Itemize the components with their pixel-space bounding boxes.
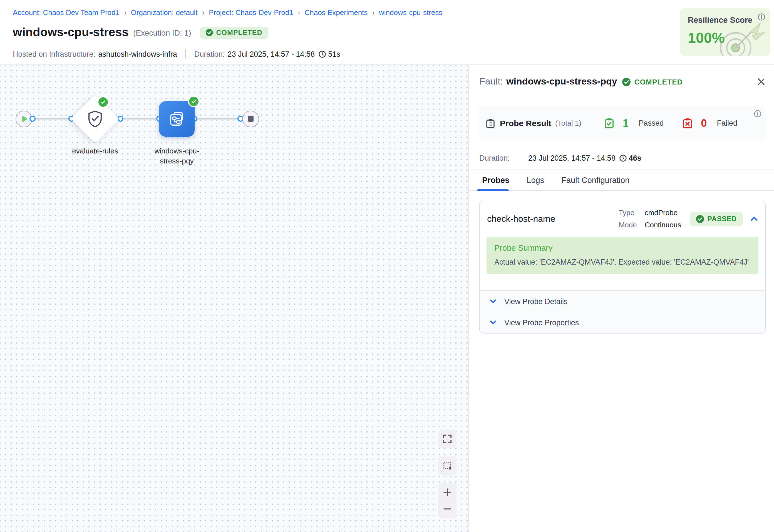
probe-mode-value: Continuous: [645, 221, 681, 229]
fault-panel-header: Fault: windows-cpu-stress-pqy COMPLETED: [479, 76, 766, 87]
tab-fault-configuration[interactable]: Fault Configuration: [561, 176, 629, 185]
probe-status-badge: PASSED: [690, 212, 743, 226]
probe-type-label: Type: [619, 208, 637, 217]
top-header: Account: Chaos Dev Team Prod1›Organizati…: [0, 0, 774, 64]
failed-count: 0: [701, 117, 707, 129]
edge-evaluate-to-fault: [120, 118, 159, 119]
breadcrumb-separator: ›: [372, 8, 374, 17]
view-probe-details-label: View Probe Details: [504, 297, 568, 305]
experiment-status-badge: COMPLETED: [200, 26, 268, 39]
passed-count: 1: [623, 117, 629, 129]
fault-duration-value: 23 Jul 2025, 14:57 - 14:58: [528, 154, 616, 162]
breadcrumb-chaos-experiments[interactable]: Chaos Experiments: [304, 8, 368, 17]
probe-result-total: (Total 1): [555, 119, 581, 127]
breadcrumb-separator: ›: [202, 8, 205, 17]
title-row: windows-cpu-stress (Execution ID: 1) COM…: [13, 26, 268, 39]
fault-node-label-line2: stress-pqy: [141, 156, 213, 166]
stop-icon: [248, 116, 254, 122]
check-circle-icon: [622, 78, 631, 86]
chevron-up-icon[interactable]: [750, 215, 758, 223]
tab-logs[interactable]: Logs: [527, 176, 544, 185]
evaluate-rules-node[interactable]: [71, 94, 119, 143]
duration-value: 23 Jul 2025, 14:57 - 14:58: [227, 50, 315, 58]
fault-duration-row: Duration: 23 Jul 2025, 14:57 - 14:58 46s: [479, 154, 641, 162]
connector-dot: [29, 116, 35, 122]
fault-details-panel: Fault: windows-cpu-stress-pqy COMPLETED …: [468, 65, 774, 532]
play-icon: [22, 115, 28, 122]
selection-mode-button[interactable]: [438, 456, 457, 475]
end-node: [242, 110, 259, 127]
fault-label: Fault:: [479, 76, 503, 87]
probe-counts: 1 Passed 0 Failed: [604, 117, 737, 129]
zoom-out-button[interactable]: [443, 505, 451, 513]
fault-step-icon: [167, 110, 186, 128]
evaluate-rules-label: evaluate-rules: [59, 146, 131, 156]
connector-dot: [117, 116, 123, 122]
probe-links: View Probe Details View Probe Properties: [480, 290, 765, 333]
fullscreen-button[interactable]: [438, 430, 457, 448]
probe-type-mode: Type cmdProbe Mode Continuous: [619, 208, 681, 229]
resilience-score-card: Resilience Score 100%: [680, 8, 770, 56]
tab-probes[interactable]: Probes: [482, 176, 509, 185]
close-icon[interactable]: [757, 77, 766, 86]
info-icon[interactable]: [754, 110, 761, 120]
check-icon: [190, 98, 197, 105]
info-icon[interactable]: [758, 13, 765, 23]
check-circle-icon: [696, 215, 704, 223]
probe-card-header[interactable]: check-host-name Type cmdProbe Mode Conti…: [480, 201, 765, 236]
breadcrumb-project[interactable]: Project: Chaos-Dev-Prod1: [209, 8, 293, 17]
fault-tabs: Probes Logs Fault Configuration: [469, 170, 774, 191]
zoom-in-button[interactable]: [443, 488, 451, 496]
probe-result-card: Probe Result (Total 1) 1 Passed: [478, 106, 766, 140]
experiment-status-label: COMPLETED: [216, 29, 262, 36]
probe-name: check-host-name: [487, 214, 555, 224]
probe-summary-title: Probe Summary: [494, 243, 751, 252]
page-title: windows-cpu-stress: [13, 26, 129, 39]
fault-name: windows-cpu-stress-pqy: [506, 76, 617, 87]
fault-duration-label: Duration:: [479, 154, 528, 162]
pipeline-canvas[interactable]: evaluate-rules windows-cpu-stress-pqy: [0, 65, 468, 532]
probe-type-value: cmdProbe: [645, 208, 681, 217]
clock-icon: [319, 50, 326, 58]
passed-label: Passed: [639, 119, 664, 127]
resilience-score-label: Resilience Score: [688, 16, 752, 24]
breadcrumb-current[interactable]: windows-cpu-stress: [379, 8, 442, 17]
hosted-value: ashutosh-windows-infra: [98, 50, 177, 58]
fault-duration-elapsed: 46s: [629, 154, 641, 162]
probe-status-label: PASSED: [707, 215, 737, 223]
breadcrumb-separator: ›: [298, 8, 300, 17]
duration-label: Duration:: [194, 50, 225, 58]
edge-fault-to-end: [194, 118, 240, 119]
shield-check-icon: [87, 110, 103, 128]
resilience-score-value: 100%: [688, 29, 725, 47]
windows-cpu-stress-node[interactable]: [159, 101, 195, 137]
hosted-label: Hosted on Infrastructure:: [13, 50, 95, 58]
chevron-down-icon: [489, 297, 497, 305]
view-probe-properties-label: View Probe Properties: [504, 318, 579, 327]
clipboard-icon: [486, 118, 495, 128]
edge-start-to-evaluate: [32, 118, 71, 119]
probe-summary-text: Actual value: 'EC2AMAZ-QMVAF4J'. Expecte…: [494, 258, 751, 266]
breadcrumb: Account: Chaos Dev Team Prod1›Organizati…: [13, 8, 442, 17]
view-probe-details-row[interactable]: View Probe Details: [480, 291, 765, 312]
failed-label: Failed: [717, 119, 737, 127]
probe-card: check-host-name Type cmdProbe Mode Conti…: [479, 201, 766, 334]
zoom-controls: [438, 483, 457, 518]
duration-elapsed: 51s: [328, 50, 340, 58]
meta-divider: [185, 49, 186, 58]
meta-row: Hosted on Infrastructure: ashutosh-windo…: [13, 49, 340, 58]
fault-node-label-line1: windows-cpu-: [141, 146, 213, 156]
check-icon: [100, 99, 106, 105]
fault-node-label: windows-cpu-stress-pqy: [141, 146, 213, 166]
breadcrumb-organization[interactable]: Organization: default: [131, 8, 198, 17]
fullscreen-icon: [443, 434, 452, 444]
success-check-badge: [188, 96, 199, 107]
app-root: Account: Chaos Dev Team Prod1›Organizati…: [0, 0, 774, 532]
view-probe-properties-row[interactable]: View Probe Properties: [480, 312, 765, 333]
probe-summary: Probe Summary Actual value: 'EC2AMAZ-QMV…: [487, 237, 758, 274]
probe-mode-label: Mode: [619, 221, 637, 229]
success-check-badge: [97, 96, 109, 108]
probe-result-title: Probe Result: [500, 118, 551, 128]
clock-icon: [619, 155, 627, 162]
breadcrumb-account[interactable]: Account: Chaos Dev Team Prod1: [13, 8, 120, 17]
